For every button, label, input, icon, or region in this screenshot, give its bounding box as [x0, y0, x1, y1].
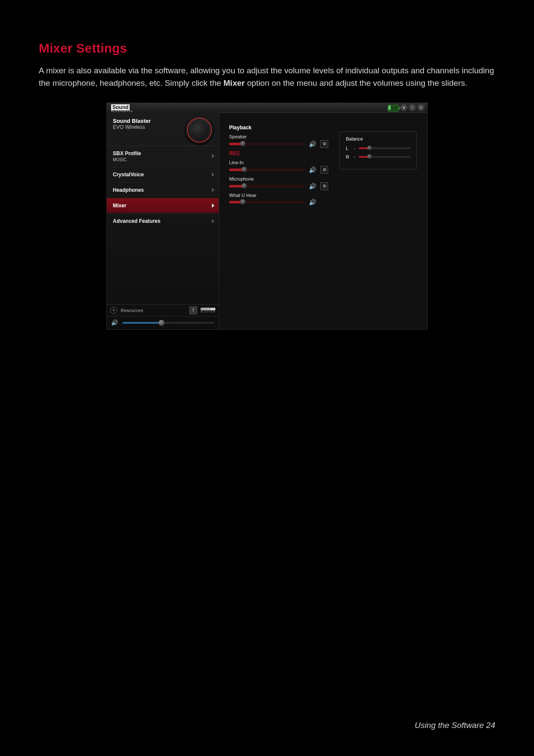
balance-right-label: R: [346, 154, 350, 159]
close-button[interactable]: ×: [418, 104, 425, 111]
microphone-slider[interactable]: [229, 185, 304, 187]
intro-part-b: option on the menu and adjust the volume…: [245, 78, 467, 87]
menu-sbx-label: SBX Profile: [113, 150, 141, 156]
brand-main: Sound: [111, 104, 130, 110]
whatuhear-mute-icon[interactable]: 🔊: [309, 199, 316, 206]
whatuhear-slider[interactable]: [229, 201, 304, 203]
speaker-mute-icon[interactable]: 🔊: [309, 141, 316, 147]
balance-right-arrow: ‹: [354, 154, 355, 159]
menu: SBX Profile MUSIC CrystalVoice Headphone…: [107, 146, 219, 229]
linein-settings-icon[interactable]: ⚙: [320, 166, 328, 174]
titlebar: Sound BLASTERAXX ▾ − ×: [107, 103, 427, 113]
product-header: Sound Blaster EVO Wireless: [107, 112, 219, 134]
microphone-settings-icon[interactable]: ⚙: [320, 182, 328, 190]
playback-header: Playback: [229, 125, 417, 131]
add-icon[interactable]: +: [110, 307, 117, 314]
intro-text: A mixer is also available via the softwa…: [39, 64, 495, 90]
app-window: Sound BLASTERAXX ▾ − × Sound Blaster EVO…: [106, 103, 428, 330]
sidebar: Sound Blaster EVO Wireless SBX Profile M…: [107, 112, 219, 329]
microphone-mute-icon[interactable]: 🔊: [309, 183, 316, 190]
window-buttons: ▾ − ×: [388, 104, 425, 112]
speaker-icon[interactable]: 🔊: [111, 319, 118, 326]
master-volume: 🔊: [107, 316, 219, 329]
menu-crystalvoice[interactable]: CrystalVoice: [107, 167, 219, 182]
intro-bold: Mixer: [224, 78, 245, 87]
menu-mixer[interactable]: Mixer: [107, 198, 219, 213]
mixer-content: Playback Speaker 🔊 ⚙ REC Line-In 🔊 ⚙ Mic…: [219, 112, 427, 329]
menu-sbx-sublabel: MUSIC: [113, 157, 213, 162]
minimize-button[interactable]: −: [409, 104, 416, 111]
page-footer: Using the Software 24: [415, 721, 495, 730]
balance-panel: Balance L ‹ R ‹: [339, 131, 417, 169]
menu-sbx-profile[interactable]: SBX Profile MUSIC: [107, 146, 219, 167]
linein-slider[interactable]: [229, 169, 304, 171]
master-volume-slider[interactable]: [122, 322, 214, 324]
sound-blaster-link[interactable]: SoundBLASTER: [201, 308, 215, 313]
menu-advanced-features[interactable]: Advanced Features: [107, 213, 219, 229]
brand-logo: Sound BLASTERAXX: [111, 104, 133, 112]
whatuhear-label: What U Hear: [229, 193, 417, 198]
page-title: Mixer Settings: [39, 41, 495, 56]
microphone-label: Microphone: [229, 176, 417, 181]
battery-icon: [388, 105, 399, 112]
balance-left-label: L: [346, 146, 350, 151]
speaker-settings-icon[interactable]: ⚙: [320, 140, 328, 148]
balance-left-arrow: ‹: [354, 146, 355, 151]
bottom-bar: + Resources f SoundBLASTER: [107, 304, 219, 316]
balance-header: Balance: [346, 136, 410, 141]
balance-left-slider[interactable]: [359, 147, 410, 149]
speaker-slider[interactable]: [229, 143, 304, 145]
menu-headphones[interactable]: Headphones: [107, 182, 219, 198]
resources-link[interactable]: Resources: [121, 308, 143, 313]
settings-button[interactable]: ▾: [400, 104, 407, 111]
facebook-icon[interactable]: f: [189, 306, 197, 314]
balance-right-slider[interactable]: [359, 156, 410, 158]
linein-mute-icon[interactable]: 🔊: [309, 166, 316, 173]
product-image: [184, 115, 216, 147]
